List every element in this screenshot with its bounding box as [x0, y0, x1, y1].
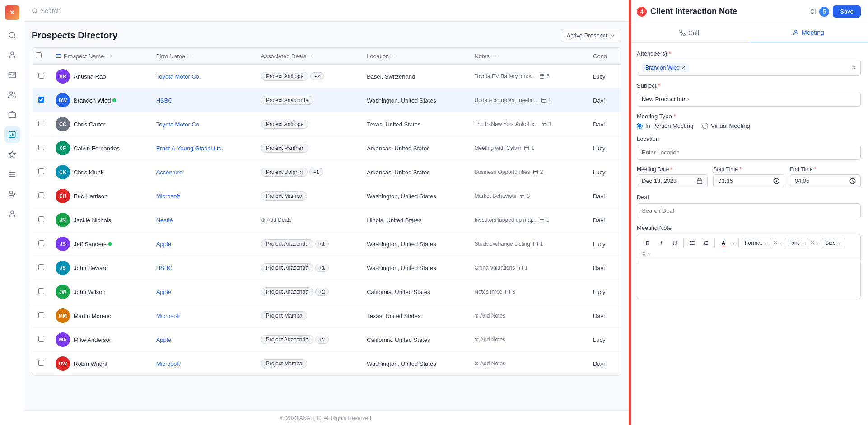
table-row[interactable]: CKChris KlunkAccentureProject Dolphin+1A…	[32, 160, 621, 184]
table-row[interactable]: JWJohn WilsonAppleProject Anaconda+2Cali…	[32, 280, 621, 304]
font-dropdown[interactable]: Font	[785, 238, 808, 248]
row-checkbox[interactable]	[38, 360, 44, 366]
row-checkbox[interactable]	[38, 288, 44, 294]
format-clear-btn[interactable]: ✕	[773, 240, 783, 246]
firm-link[interactable]: Microsoft	[156, 360, 180, 367]
format-dropdown[interactable]: Format	[742, 238, 771, 248]
add-notes-btn[interactable]: ⊕ Add Notes	[474, 336, 582, 343]
attendee-remove-btn[interactable]: ×	[681, 64, 685, 71]
end-time-input[interactable]: 04:05	[790, 174, 861, 187]
add-deals-btn[interactable]: ⊕ Add Deals	[261, 217, 356, 223]
row-checkbox[interactable]	[38, 73, 44, 79]
table-row[interactable]: MMMartin MorenoMicrosoftProject MambaTex…	[32, 304, 621, 328]
firm-link[interactable]: Apple	[156, 241, 171, 248]
tab-meeting[interactable]: Meeting	[749, 23, 868, 42]
row-checkbox[interactable]	[38, 168, 44, 174]
table-row[interactable]: CFCalvin FernandesErnst & Young Global L…	[32, 136, 621, 160]
attendees-clear-btn[interactable]: ×	[852, 64, 856, 72]
firm-link[interactable]: Accenture	[156, 169, 183, 176]
firm-link[interactable]: Nestlé	[156, 217, 173, 224]
table-row[interactable]: JSJohn SewardHSBCProject Anaconda+1Washi…	[32, 256, 621, 280]
in-person-option[interactable]: In-Person Meeting	[637, 122, 693, 129]
deal-tag[interactable]: Project Anaconda	[261, 239, 313, 248]
row-checkbox[interactable]	[38, 145, 44, 150]
table-row[interactable]: ARAnusha RaoToyota Motor Co.Project Anti…	[32, 65, 621, 89]
virtual-radio[interactable]	[702, 123, 708, 129]
add-notes-btn[interactable]: ⊕ Add Notes	[474, 360, 582, 367]
close-label[interactable]: Cl	[810, 8, 816, 15]
deal-tag[interactable]: Project Mamba	[261, 311, 308, 320]
deal-tag[interactable]: Project Anaconda	[261, 263, 313, 272]
row-checkbox[interactable]	[38, 312, 44, 318]
deal-tag[interactable]: Project Dolphin	[261, 168, 308, 177]
deal-tag[interactable]: Project Antilope	[261, 120, 308, 129]
select-all-checkbox[interactable]	[36, 52, 42, 58]
table-row[interactable]: MAMike AndersonAppleProject Anaconda+2Ca…	[32, 328, 621, 352]
tab-call[interactable]: Call	[630, 23, 749, 42]
save-button[interactable]: Save	[833, 5, 861, 18]
font-color-dropdown[interactable]	[731, 241, 736, 245]
firm-link[interactable]: HSBC	[156, 265, 173, 271]
sidebar-item-search[interactable]	[4, 27, 20, 43]
firm-link[interactable]: Apple	[156, 336, 171, 343]
row-checkbox[interactable]	[38, 192, 44, 198]
firm-link[interactable]: Apple	[156, 289, 171, 295]
table-row[interactable]: RWRobin WrightMicrosoftProject MambaWash…	[32, 352, 621, 376]
meeting-date-input[interactable]: Dec 13, 2023	[637, 174, 708, 187]
sidebar-item-analytics[interactable]	[4, 126, 20, 143]
deal-tag[interactable]: Project Anaconda	[261, 96, 313, 105]
firm-link[interactable]: HSBC	[156, 97, 173, 104]
subject-input[interactable]: New Product Intro	[637, 92, 861, 107]
row-checkbox[interactable]	[38, 97, 44, 103]
start-time-input[interactable]: 03:35	[713, 174, 784, 187]
filter-button[interactable]: Active Prospect	[561, 29, 621, 42]
font-color-button[interactable]: A	[718, 237, 729, 249]
firm-link[interactable]: Microsoft	[156, 193, 180, 200]
sidebar-item-contact[interactable]	[4, 47, 20, 63]
row-checkbox[interactable]	[38, 240, 44, 246]
sidebar-item-list[interactable]	[4, 166, 20, 182]
row-checkbox[interactable]	[38, 264, 44, 270]
deal-tag[interactable]: Project Anaconda	[261, 287, 313, 296]
sidebar-item-people[interactable]	[4, 87, 20, 103]
underline-button[interactable]: U	[669, 237, 681, 249]
sidebar-item-bank[interactable]	[4, 107, 20, 123]
in-person-radio[interactable]	[637, 123, 643, 129]
italic-button[interactable]: I	[655, 237, 667, 249]
table-row[interactable]: JNJackie NicholsNestlé⊕ Add DealsIllinoi…	[32, 208, 621, 232]
firm-link[interactable]: Toyota Motor Co.	[156, 73, 201, 80]
bold-button[interactable]: B	[642, 237, 653, 249]
sidebar-item-person[interactable]	[4, 206, 20, 222]
deal-tag[interactable]: Project Mamba	[261, 191, 308, 201]
deal-tag[interactable]: Project Anaconda	[261, 335, 313, 344]
bullet-list-button[interactable]	[686, 237, 698, 249]
font-clear-btn[interactable]: ✕	[810, 240, 820, 246]
virtual-option[interactable]: Virtual Meeting	[702, 122, 750, 129]
table-row[interactable]: EHEric HarrisonMicrosoftProject MambaWas…	[32, 184, 621, 208]
deal-tag[interactable]: Project Panther	[261, 144, 308, 153]
sidebar-item-mail[interactable]	[4, 67, 20, 83]
table-row[interactable]: BWBrandon WiedHSBCProject AnacondaWashin…	[32, 89, 621, 112]
app-logo[interactable]: ✕	[5, 5, 19, 20]
attendees-box[interactable]: Brandon Wied × ×	[637, 60, 861, 76]
note-editor[interactable]	[637, 263, 861, 299]
size-dropdown[interactable]: Size	[822, 238, 845, 248]
deal-tag[interactable]: Project Mamba	[261, 359, 308, 368]
sidebar-item-user-add[interactable]	[4, 186, 20, 202]
location-input[interactable]	[637, 145, 861, 160]
row-checkbox[interactable]	[38, 216, 44, 222]
table-row[interactable]: CCChris CarterToyota Motor Co.Project An…	[32, 112, 621, 136]
firm-link[interactable]: Toyota Motor Co.	[156, 121, 201, 128]
firm-link[interactable]: Microsoft	[156, 313, 180, 319]
numbered-list-button[interactable]	[700, 237, 712, 249]
sidebar-item-target[interactable]	[4, 146, 20, 163]
size-clear-btn[interactable]: ✕	[642, 251, 652, 257]
row-checkbox[interactable]	[38, 121, 44, 126]
row-checkbox[interactable]	[38, 336, 44, 342]
add-notes-btn[interactable]: ⊕ Add Notes	[474, 313, 582, 319]
firm-link[interactable]: Ernst & Young Global Ltd.	[156, 145, 224, 152]
deal-search-input[interactable]	[637, 203, 861, 218]
deal-tag[interactable]: Project Antilope	[261, 72, 308, 81]
search-bar[interactable]: Search	[32, 7, 61, 14]
table-row[interactable]: JSJeff SandersAppleProject Anaconda+1Was…	[32, 232, 621, 256]
